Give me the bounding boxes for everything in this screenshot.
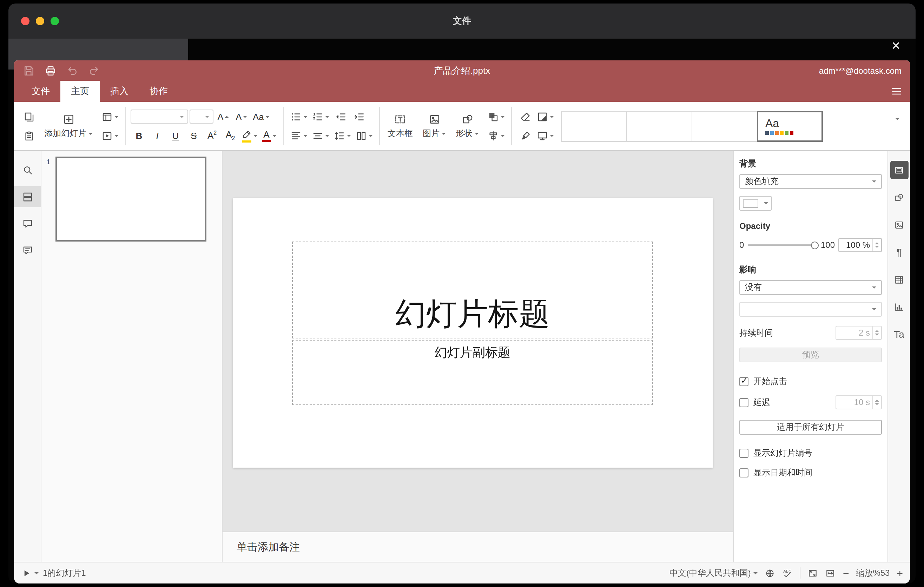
zoom-in-button[interactable]: + [897, 568, 903, 578]
paragraph-settings-tab[interactable]: ¶ [890, 243, 908, 261]
apply-to-all-slides-button[interactable]: 适用于所有幻灯片 [739, 420, 882, 435]
arrange-shape-button[interactable] [486, 108, 506, 125]
shape-fill-button[interactable] [535, 108, 555, 125]
slides-panel-button[interactable] [14, 186, 41, 207]
decrease-font-button[interactable]: A [233, 108, 250, 125]
tab-file[interactable]: 文件 [21, 81, 60, 102]
theme-gallery-expand-button[interactable] [889, 120, 906, 132]
insert-image-button[interactable]: 图片 [418, 102, 451, 150]
close-overlay-button[interactable]: × [888, 37, 904, 54]
font-size-select[interactable] [190, 110, 213, 124]
background-fill-select[interactable]: 颜色填充 [739, 174, 882, 189]
font-color-button[interactable]: A [261, 127, 278, 144]
insert-shape-button[interactable]: 形状 [451, 102, 484, 150]
bullets-button[interactable] [289, 108, 309, 125]
image-settings-tab[interactable] [890, 216, 908, 234]
start-slideshow-status-button[interactable] [21, 568, 39, 578]
effect-variant-select[interactable] [739, 302, 882, 317]
language-selector[interactable]: 中文(中华人民共和国) [670, 567, 758, 579]
columns-button[interactable] [354, 127, 374, 144]
notes-area[interactable]: 单击添加备注 [223, 531, 733, 562]
copy-button[interactable] [20, 108, 37, 125]
start-on-click-checkbox-row[interactable]: 开始点击 [739, 376, 882, 387]
insert-textbox-button[interactable]: 文本框 [383, 102, 418, 150]
theme-tile[interactable] [626, 110, 692, 142]
background-color-picker[interactable] [739, 196, 772, 211]
print-icon[interactable] [44, 64, 57, 77]
subtitle-placeholder[interactable]: 幻灯片副标题 [292, 340, 653, 405]
menu-icon[interactable] [890, 85, 903, 97]
spell-check-button[interactable] [782, 568, 793, 578]
slide-size-button[interactable] [535, 127, 555, 144]
chevron-down-icon [895, 118, 899, 132]
add-slide-button[interactable]: 添加幻灯片 [39, 102, 97, 150]
superscript-button[interactable]: A2 [204, 127, 221, 144]
highlight-pen-icon [241, 129, 252, 139]
tab-insert[interactable]: 插入 [100, 81, 139, 102]
strikethrough-button[interactable]: S [185, 127, 202, 144]
undo-icon[interactable] [66, 64, 79, 77]
spinner-arrows[interactable] [872, 239, 881, 251]
duration-spinner[interactable]: 2 s [835, 326, 882, 340]
italic-button[interactable]: I [149, 127, 166, 144]
bold-button[interactable]: B [130, 127, 147, 144]
subscript-button[interactable]: A2 [222, 127, 239, 144]
slide-thumbnail[interactable] [56, 157, 206, 242]
change-layout-button[interactable] [100, 108, 120, 125]
show-date-row[interactable]: 显示日期和时间 [739, 467, 882, 479]
spinner-arrows[interactable] [872, 396, 881, 409]
theme-tile[interactable] [561, 110, 627, 142]
start-on-click-checkbox[interactable] [739, 377, 749, 386]
numbering-button[interactable] [310, 108, 331, 125]
start-slideshow-button[interactable] [100, 127, 120, 144]
copy-style-button[interactable] [517, 127, 534, 144]
theme-tile[interactable] [691, 110, 757, 142]
transition-effect-select[interactable]: 没有 [739, 280, 882, 295]
title-placeholder[interactable]: 幻灯片标题 [292, 242, 653, 338]
tab-home[interactable]: 主页 [60, 81, 100, 102]
slide-settings-tab[interactable] [890, 161, 908, 179]
clear-style-button[interactable] [517, 108, 534, 125]
opacity-slider-knob[interactable] [811, 241, 819, 249]
delay-spinner[interactable]: 10 s [835, 395, 882, 409]
search-button[interactable] [14, 159, 41, 180]
table-settings-tab[interactable] [890, 270, 908, 289]
preview-button[interactable]: 预览 [739, 348, 882, 362]
font-name-select[interactable] [130, 110, 188, 124]
opacity-spinner[interactable]: 100 % [838, 238, 882, 252]
increase-indent-button[interactable] [350, 108, 367, 125]
slide-canvas[interactable]: 幻灯片标题 幻灯片副标题 [223, 151, 733, 531]
redo-icon[interactable] [88, 64, 101, 77]
comments-button[interactable] [14, 213, 41, 234]
vertical-align-button[interactable] [310, 127, 331, 144]
fit-to-slide-button[interactable] [808, 568, 818, 578]
opacity-slider-track[interactable] [747, 244, 817, 246]
line-spacing-button[interactable] [332, 127, 353, 144]
horizontal-align-button[interactable] [289, 127, 309, 144]
zoom-out-button[interactable]: − [843, 568, 849, 578]
show-slide-number-row[interactable]: 显示幻灯片编号 [739, 447, 882, 459]
shape-settings-tab[interactable] [890, 188, 908, 206]
align-shape-button[interactable] [486, 127, 506, 144]
theme-tile-selected[interactable]: Aa [757, 110, 823, 142]
delay-checkbox-row[interactable]: 延迟 [739, 396, 770, 408]
increase-font-button[interactable]: A [215, 108, 232, 125]
decrease-indent-button[interactable] [332, 108, 349, 125]
underline-button[interactable]: U [167, 127, 184, 144]
show-date-checkbox[interactable] [739, 468, 749, 477]
slide[interactable]: 幻灯片标题 幻灯片副标题 [233, 198, 713, 468]
spinner-arrows[interactable] [872, 326, 881, 339]
delay-checkbox[interactable] [739, 398, 749, 407]
show-slide-number-checkbox[interactable] [739, 448, 749, 458]
set-language-button[interactable] [765, 568, 776, 578]
chart-settings-tab[interactable] [890, 298, 908, 316]
paste-button[interactable] [20, 127, 37, 144]
highlight-color-button[interactable] [240, 127, 259, 144]
tab-collaboration[interactable]: 协作 [139, 81, 178, 102]
chat-button[interactable] [14, 239, 41, 261]
mac-window: 文件 × 产品介绍.pptx adm***@dootask.com [8, 3, 916, 584]
fit-to-width-button[interactable] [825, 568, 836, 578]
change-case-button[interactable]: Aa [251, 108, 271, 125]
textart-settings-tab[interactable]: Ta [890, 325, 908, 343]
save-icon[interactable] [23, 64, 35, 77]
